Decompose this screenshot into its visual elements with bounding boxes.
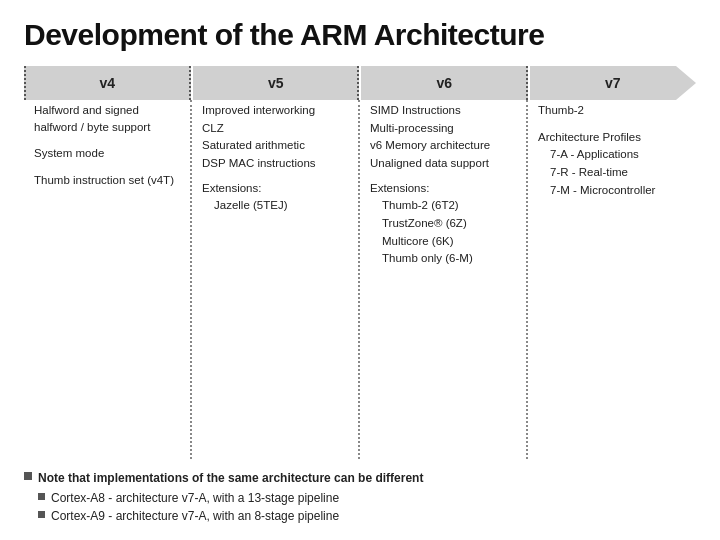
v7-sub-2: 7-R - Real-time [538, 164, 686, 181]
page-title: Development of the ARM Architecture [24, 18, 696, 52]
v5-item-1: Improved interworking [202, 102, 350, 119]
bullet-sub-2 [38, 511, 45, 518]
bullet-sub-1 [38, 493, 45, 500]
v6-header: v6 [361, 66, 528, 100]
v6-item-3: v6 Memory architecture [370, 137, 518, 154]
note-sub-2: Cortex-A9 - architecture v7-A, with an 8… [24, 507, 696, 526]
v6-ext-4: Thumb only (6-M) [370, 250, 518, 267]
v6-ext-2: TrustZone® (6Z) [370, 215, 518, 232]
v7-thumb2: Thumb-2 [538, 102, 686, 119]
arrow-header: v4 v5 v6 v7 [24, 66, 696, 100]
content-row: Halfword and signed halfword / byte supp… [24, 100, 696, 459]
v4-item-3: Thumb instruction set (v4T) [34, 172, 182, 189]
note-sub-1: Cortex-A8 - architecture v7-A, with a 13… [24, 489, 696, 508]
v5-content: Improved interworking CLZ Saturated arit… [192, 100, 360, 459]
v7-sub-1: 7-A - Applications [538, 146, 686, 163]
note-sub-2-text: Cortex-A9 - architecture v7-A, with an 8… [51, 507, 339, 526]
v6-ext-label: Extensions: [370, 180, 518, 197]
v5-item-3: Saturated arithmetic [202, 137, 350, 154]
v4-item-1: Halfword and signed halfword / byte supp… [34, 102, 182, 135]
v5-header: v5 [193, 66, 360, 100]
v7-arch-profiles-label: Architecture Profiles [538, 129, 686, 146]
v4-item-2: System mode [34, 145, 182, 162]
v6-ext-1: Thumb-2 (6T2) [370, 197, 518, 214]
v5-item-4: DSP MAC instructions [202, 155, 350, 172]
v7-content: Thumb-2 Architecture Profiles 7-A - Appl… [528, 100, 696, 459]
v7-sub-3: 7-M - Microcontroller [538, 182, 686, 199]
v5-ext-1: Jazelle (5TEJ) [202, 197, 350, 214]
v6-item-1: SIMD Instructions [370, 102, 518, 119]
bullet-main [24, 472, 32, 480]
notes-section: Note that implementations of the same ar… [24, 469, 696, 526]
note-sub-1-text: Cortex-A8 - architecture v7-A, with a 13… [51, 489, 339, 508]
page: Development of the ARM Architecture v4 v… [0, 0, 720, 540]
v6-item-4: Unaligned data support [370, 155, 518, 172]
v6-ext-3: Multicore (6K) [370, 233, 518, 250]
v4-content: Halfword and signed halfword / byte supp… [24, 100, 192, 459]
v5-ext-label: Extensions: [202, 180, 350, 197]
v7-header: v7 [530, 66, 697, 100]
note-main: Note that implementations of the same ar… [24, 469, 696, 488]
v5-item-2: CLZ [202, 120, 350, 137]
timeline-area: v4 v5 v6 v7 Halfword and signed halfword… [24, 66, 696, 459]
v6-item-2: Multi-processing [370, 120, 518, 137]
note-main-text: Note that implementations of the same ar… [38, 469, 423, 488]
v4-header: v4 [24, 66, 191, 100]
v6-content: SIMD Instructions Multi-processing v6 Me… [360, 100, 528, 459]
